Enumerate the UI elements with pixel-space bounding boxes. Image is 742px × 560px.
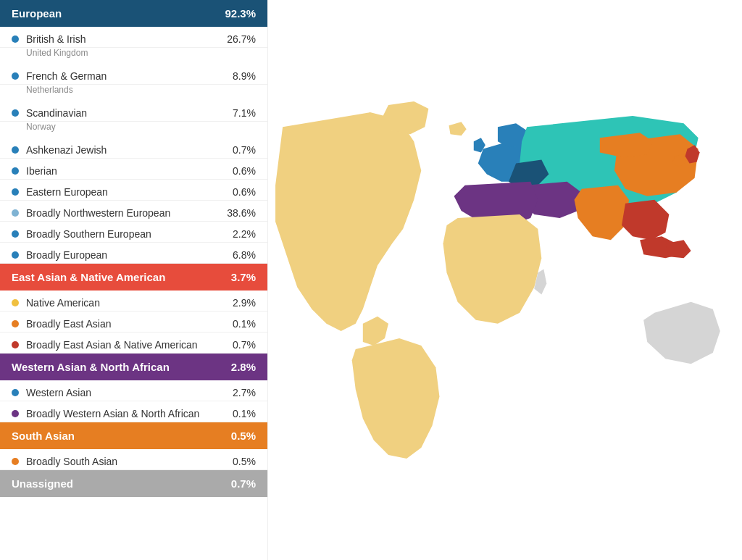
ancestry-list: European92.3%British & Irish26.7%United … — [0, 0, 268, 560]
map-panel — [268, 0, 742, 560]
list-item[interactable]: Broadly European6.8% — [0, 243, 267, 264]
category-percent: 3.7% — [231, 271, 256, 283]
dot-icon — [12, 209, 19, 217]
item-value: 7.1% — [233, 107, 256, 119]
item-sublocation: Netherlands — [0, 85, 267, 101]
category-percent: 2.8% — [231, 361, 256, 373]
list-item[interactable]: Ashkenazi Jewish0.7% — [0, 138, 267, 159]
item-label: Iberian — [26, 165, 233, 177]
item-value: 0.1% — [233, 318, 256, 330]
item-value: 0.7% — [233, 144, 256, 156]
item-label: Scandinavian — [26, 107, 233, 119]
dot-icon — [12, 72, 19, 80]
dot-icon — [12, 341, 19, 348]
item-label: Broadly Northwestern European — [26, 207, 227, 219]
dot-icon — [12, 109, 19, 117]
item-value: 0.7% — [233, 339, 256, 351]
item-label: Western Asian — [26, 387, 233, 398]
category-header-unassigned: Unassigned0.7% — [0, 470, 267, 497]
item-value: 2.2% — [233, 228, 256, 240]
dot-icon — [12, 299, 19, 306]
item-sublocation: Norway — [0, 122, 267, 138]
item-label: Broadly Southern European — [26, 228, 233, 240]
item-value: 0.5% — [233, 456, 256, 467]
item-value: 0.6% — [233, 186, 256, 198]
list-item[interactable]: British & Irish26.7% — [0, 27, 267, 48]
list-item[interactable]: Scandinavian7.1% — [0, 101, 267, 122]
category-label: Unassigned — [12, 477, 73, 490]
item-value: 2.7% — [233, 387, 256, 398]
item-value: 38.6% — [227, 207, 256, 219]
dot-icon — [12, 410, 19, 417]
item-value: 2.9% — [233, 297, 256, 309]
list-item[interactable]: Broadly Southern European2.2% — [0, 222, 267, 243]
list-item[interactable]: Broadly Northwestern European38.6% — [0, 201, 267, 222]
item-label: French & German — [26, 70, 233, 82]
item-value: 0.1% — [233, 408, 256, 419]
list-item[interactable]: Native American2.9% — [0, 291, 267, 312]
item-sublocation: United Kingdom — [0, 48, 267, 64]
item-value: 8.9% — [233, 70, 256, 82]
category-header-south-asian: South Asian0.5% — [0, 422, 267, 449]
list-item[interactable]: Western Asian2.7% — [0, 380, 267, 401]
dot-icon — [12, 167, 19, 175]
item-label: British & Irish — [26, 33, 227, 45]
category-header-european: European92.3% — [0, 0, 267, 27]
category-label: South Asian — [12, 430, 75, 442]
item-value: 26.7% — [227, 33, 256, 45]
list-item[interactable]: Broadly South Asian0.5% — [0, 449, 267, 470]
list-item[interactable]: Broadly East Asian & Native American0.7% — [0, 333, 267, 354]
category-label: Western Asian & North African — [12, 361, 170, 373]
item-label: Broadly Western Asian & North African — [26, 408, 233, 419]
item-label: Native American — [26, 297, 233, 309]
dot-icon — [12, 230, 19, 238]
item-value: 0.6% — [233, 165, 256, 177]
dot-icon — [12, 320, 19, 327]
list-item[interactable]: Iberian0.6% — [0, 159, 267, 180]
category-header-western-asian: Western Asian & North African2.8% — [0, 354, 267, 380]
category-percent: 92.3% — [225, 7, 256, 20]
item-label: Broadly South Asian — [26, 456, 233, 467]
category-percent: 0.5% — [231, 430, 256, 442]
item-label: Eastern European — [26, 186, 233, 198]
dot-icon — [12, 251, 19, 259]
dot-icon — [12, 146, 19, 154]
dot-icon — [12, 188, 19, 196]
dot-icon — [12, 389, 19, 396]
item-value: 6.8% — [233, 249, 256, 261]
dot-icon — [12, 458, 19, 465]
item-label: Broadly East Asian — [26, 318, 233, 330]
item-label: Broadly East Asian & Native American — [26, 339, 233, 351]
dot-icon — [12, 35, 19, 43]
item-label: Broadly European — [26, 249, 233, 261]
list-item[interactable]: Broadly Western Asian & North African0.1… — [0, 401, 267, 422]
category-label: European — [12, 7, 62, 20]
list-item[interactable]: French & German8.9% — [0, 64, 267, 85]
list-item[interactable]: Broadly East Asian0.1% — [0, 312, 267, 333]
category-header-east-asian: East Asian & Native American3.7% — [0, 264, 267, 291]
category-percent: 0.7% — [231, 477, 256, 490]
category-label: East Asian & Native American — [12, 271, 165, 283]
item-label: Ashkenazi Jewish — [26, 144, 233, 156]
list-item[interactable]: Eastern European0.6% — [0, 180, 267, 201]
